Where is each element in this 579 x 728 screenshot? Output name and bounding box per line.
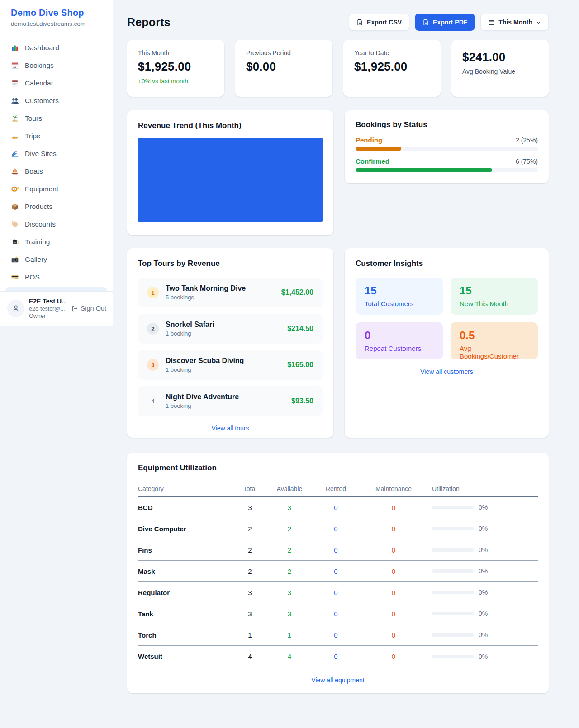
file-download-icon xyxy=(356,19,363,26)
top-tours-title: Top Tours by Revenue xyxy=(138,259,323,268)
trips-icon xyxy=(11,132,19,140)
equipment-available: 3 xyxy=(267,589,312,596)
insight-tile-avg-bookings: 0.5 Avg Bookings/Customer xyxy=(451,322,538,359)
stat-label: This Month xyxy=(138,49,214,57)
stat-delta: +0% vs last month xyxy=(138,78,214,85)
insight-tile-new-this-month: 15 New This Month xyxy=(451,278,538,315)
boats-icon xyxy=(11,167,19,175)
sign-out-label: Sign Out xyxy=(81,305,106,312)
equipment-rented: 0 xyxy=(312,589,360,596)
status-label: Confirmed xyxy=(356,157,389,165)
export-csv-label: Export CSV xyxy=(367,19,402,26)
tour-revenue: $165.00 xyxy=(287,361,313,369)
sidebar-item-label: Dive Sites xyxy=(25,150,57,158)
equipment-available: 4 xyxy=(267,652,312,660)
shop-header: Demo Dive Shop demo.test.divestreams.com xyxy=(0,0,113,33)
file-download-icon xyxy=(422,19,429,26)
tour-name: Discover Scuba Diving xyxy=(166,357,280,365)
customers-icon xyxy=(11,97,19,105)
period-dropdown[interactable]: This Month xyxy=(480,14,549,31)
tour-row[interactable]: 4 Night Dive Adventure 1 booking $93.50 xyxy=(138,386,323,416)
status-bar-fill xyxy=(356,168,492,172)
insight-value: 0.5 xyxy=(460,329,529,342)
sidebar-item-label: Trips xyxy=(25,132,40,140)
equipment-maintenance: 0 xyxy=(360,504,427,511)
bookings-by-status-title: Bookings by Status xyxy=(356,120,538,129)
sidebar-item-reports-partial[interactable] xyxy=(5,287,107,291)
top-tours-card: Top Tours by Revenue 1 Two Tank Morning … xyxy=(127,248,333,438)
tour-bookings: 1 booking xyxy=(166,366,280,373)
user-name: E2E Test U... xyxy=(29,298,67,305)
sidebar-item-label: Calendar xyxy=(25,79,53,87)
sidebar-item-label: Equipment xyxy=(25,185,58,193)
sidebar-item-tours[interactable]: Tours xyxy=(0,109,113,127)
insight-label: New This Month xyxy=(460,300,529,307)
insight-value: 0 xyxy=(365,329,434,342)
dashboard-icon xyxy=(11,44,19,52)
period-label: This Month xyxy=(498,19,532,26)
tour-revenue: $214.50 xyxy=(287,325,313,333)
utilization-percent: 0% xyxy=(479,546,488,553)
equipment-total: 2 xyxy=(233,546,267,554)
sidebar-item-trips[interactable]: Trips xyxy=(0,127,113,145)
export-pdf-button[interactable]: Export PDF xyxy=(415,14,475,31)
equipment-rented: 0 xyxy=(312,504,360,511)
customer-insights-card: Customer Insights 15 Total Customers 15 … xyxy=(345,248,549,438)
sidebar-item-discounts[interactable]: Discounts xyxy=(0,215,113,233)
top-tours-list: 1 Two Tank Morning Dive 5 bookings $1,45… xyxy=(138,278,323,416)
revenue-trend-title: Revenue Trend (This Month) xyxy=(138,121,323,130)
sidebar-item-boats[interactable]: Boats xyxy=(0,162,113,180)
sidebar-item-label: POS xyxy=(25,273,40,281)
export-csv-button[interactable]: Export CSV xyxy=(349,14,409,31)
view-all-equipment-link[interactable]: View all equipment xyxy=(138,676,538,684)
revenue-trend-chart xyxy=(138,138,323,222)
user-info: E2E Test U... e2e-tester@... Owner xyxy=(29,298,67,319)
sidebar-item-dive-sites[interactable]: Dive Sites xyxy=(0,145,113,162)
column-header: Total xyxy=(233,485,267,492)
sidebar-item-training[interactable]: Training xyxy=(0,233,113,251)
sidebar-item-equipment[interactable]: Equipment xyxy=(0,180,113,198)
equipment-category: Wetsuit xyxy=(138,652,233,660)
tour-row[interactable]: 1 Two Tank Morning Dive 5 bookings $1,45… xyxy=(138,278,323,307)
tour-revenue: $1,452.00 xyxy=(281,288,313,297)
training-icon xyxy=(11,238,19,246)
insight-value: 15 xyxy=(365,284,434,297)
view-all-tours-link[interactable]: View all tours xyxy=(138,425,323,432)
utilization-percent: 0% xyxy=(479,504,488,511)
sign-out-icon xyxy=(71,305,78,312)
sign-out-button[interactable]: Sign Out xyxy=(71,305,106,312)
equipment-total: 2 xyxy=(233,525,267,533)
shop-name[interactable]: Demo Dive Shop xyxy=(11,8,102,18)
sidebar-item-label: Dashboard xyxy=(25,44,59,52)
insight-value: 15 xyxy=(460,284,529,297)
equipment-available: 2 xyxy=(267,567,312,575)
column-header: Utilization xyxy=(427,485,538,492)
sidebar-item-bookings[interactable]: 17 Bookings xyxy=(0,57,113,74)
utilization-percent: 0% xyxy=(479,653,488,660)
pos-icon xyxy=(11,273,19,281)
table-row: Torch 1 1 0 0 0% xyxy=(138,624,538,646)
page-title: Reports xyxy=(127,16,171,29)
sidebar-item-calendar[interactable]: Calendar xyxy=(0,74,113,92)
sidebar-item-pos[interactable]: POS xyxy=(0,268,113,286)
table-row: Wetsuit 4 4 0 0 0% xyxy=(138,646,538,667)
calendar-icon xyxy=(488,19,495,26)
sidebar-item-label: Tours xyxy=(25,114,42,123)
tour-row[interactable]: 2 Snorkel Safari 1 booking $214.50 xyxy=(138,314,323,344)
sidebar-item-customers[interactable]: Customers xyxy=(0,92,113,109)
equipment-maintenance: 0 xyxy=(360,631,427,639)
sidebar-item-gallery[interactable]: Gallery xyxy=(0,251,113,268)
bookings-by-status-card: Bookings by Status Pending 2 (25%) Confi… xyxy=(345,110,549,183)
view-all-customers-link[interactable]: View all customers xyxy=(356,368,538,375)
equipment-rented: 0 xyxy=(312,546,360,554)
status-row-confirmed: Confirmed 6 (75%) xyxy=(356,157,538,172)
sidebar-item-dashboard[interactable]: Dashboard xyxy=(0,39,113,57)
sidebar-item-products[interactable]: Products xyxy=(0,198,113,215)
shop-domain: demo.test.divestreams.com xyxy=(11,20,102,27)
table-header-row: Category Total Available Rented Maintena… xyxy=(138,481,538,497)
status-bar-fill xyxy=(356,147,401,151)
equipment-total: 2 xyxy=(233,567,267,575)
tour-row[interactable]: 3 Discover Scuba Diving 1 booking $165.0… xyxy=(138,350,323,380)
stat-cards: This Month $1,925.00 +0% vs last month P… xyxy=(127,40,549,97)
equipment-category: Dive Computer xyxy=(138,525,233,533)
